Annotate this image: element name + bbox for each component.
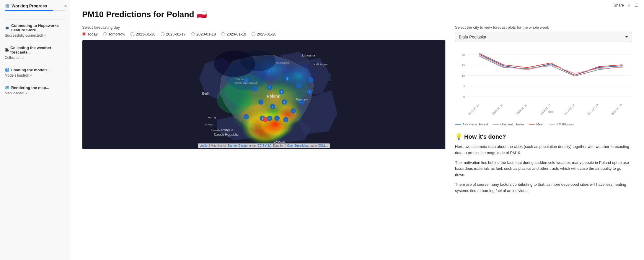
- models-icon: 🌀: [5, 68, 9, 72]
- divider-1: [5, 20, 65, 20]
- legend-line-airparticle: [455, 124, 461, 125]
- how-para-1: Here, we use meta data about the cities …: [455, 144, 632, 156]
- svg-point-14: [240, 51, 275, 71]
- svg-text:i: i: [265, 118, 265, 122]
- legend-gradient: Gradient_Duster: [493, 122, 524, 126]
- progress-bar-container: [5, 10, 65, 11]
- lightbulb-icon: 💡: [455, 133, 462, 140]
- cc-link[interactable]: CC BY 3.0: [257, 144, 271, 147]
- radio-2023-01-17[interactable]: 2023-01-17: [161, 32, 186, 36]
- chart-legend: AirParticle_Forest Gradient_Duster Mean …: [455, 122, 632, 126]
- how-title: 💡 How it's done?: [455, 133, 632, 140]
- close-button[interactable]: ✕: [64, 4, 67, 8]
- svg-text:i: i: [260, 101, 261, 104]
- how-para-3: There are of course many factors contrib…: [455, 182, 632, 194]
- radio-today[interactable]: Today: [82, 32, 98, 36]
- share-button[interactable]: Share: [614, 3, 624, 7]
- radio-2023-01-18[interactable]: 2023-01-18: [191, 32, 216, 36]
- how-para-2: The motivation lies behind the fact, tha…: [455, 160, 632, 178]
- radio-2023-01-16[interactable]: 2023-01-16: [131, 32, 156, 36]
- svg-text:0: 0: [463, 95, 465, 98]
- svg-text:2023-01-15: 2023-01-15: [492, 104, 504, 116]
- left-column: Select forecasting day Today Tomorrow 20…: [82, 25, 446, 149]
- connecting-status: Successfully connected! ✓: [5, 33, 65, 38]
- star-icon: ☆: [627, 3, 631, 7]
- map-container[interactable]: B Lithuania Kaliningrad Poland Warsaw Pr…: [82, 40, 446, 149]
- menu-button[interactable]: ☰: [635, 3, 638, 7]
- map-svg: B Lithuania Kaliningrad Poland Warsaw Pr…: [82, 40, 445, 149]
- legend-line-gradient: [493, 124, 499, 125]
- chart-container: .axis-label { font-size: 9px; fill: #888…: [455, 47, 632, 118]
- svg-text:B: B: [328, 78, 330, 82]
- legend-airparticle: AirParticle_Forest: [455, 122, 488, 126]
- radio-jan18-input[interactable]: [191, 32, 195, 36]
- svg-text:i: i: [293, 109, 294, 113]
- radio-today-input[interactable]: [82, 32, 86, 36]
- legend-mean: Mean: [529, 122, 544, 126]
- svg-text:Poland: Poland: [267, 94, 280, 98]
- svg-text:Lithuania: Lithuania: [302, 54, 315, 57]
- svg-text:i: i: [277, 117, 277, 120]
- svg-text:2023-01-17: 2023-01-17: [539, 104, 552, 116]
- forecast-label: Select forecasting day: [82, 25, 446, 30]
- svg-text:i: i: [309, 90, 310, 93]
- svg-text:i: i: [299, 84, 299, 88]
- svg-text:i: i: [302, 101, 302, 104]
- flag-icon: 🇵🇱: [197, 9, 207, 19]
- divider-2: [5, 42, 65, 42]
- svg-text:Czech Republic: Czech Republic: [214, 133, 239, 137]
- radio-tomorrow-input[interactable]: [103, 32, 107, 36]
- stamen-link[interactable]: Stamen Design: [227, 144, 247, 147]
- radio-2023-01-19[interactable]: 2023-01-19: [221, 32, 246, 36]
- legend-line-pm10lasso: [549, 124, 555, 125]
- divider-4: [5, 82, 65, 82]
- svg-text:i: i: [284, 101, 285, 104]
- radio-jan17-input[interactable]: [161, 32, 164, 36]
- gear-icon: ⚙️: [5, 4, 10, 8]
- leaflet-link[interactable]: Leaflet: [200, 144, 208, 147]
- legend-pm10lasso: PM10Lasso: [549, 122, 574, 126]
- page-title: PM10 Predictions for Poland 🇵🇱: [82, 9, 632, 19]
- svg-text:2023-01-14: 2023-01-14: [468, 104, 480, 116]
- svg-text:i: i: [246, 115, 247, 119]
- svg-text:Berlin: Berlin: [202, 92, 211, 95]
- collecting-status: Collected! ✓: [5, 56, 65, 60]
- city-select-label: Select the city to view forecast plots f…: [455, 25, 632, 30]
- osm-link[interactable]: OpenStreetMap: [287, 144, 308, 147]
- svg-text:i: i: [246, 78, 247, 82]
- sidebar-section-loading: 🌀 Loading the models... Models loaded! ✓: [5, 68, 65, 78]
- svg-text:Leipzig: Leipzig: [207, 116, 216, 119]
- sidebar-section-rendering: 🗺️ Rendering the map... Map loaded! ✓: [5, 85, 65, 96]
- svg-text:Prague: Prague: [221, 128, 234, 132]
- svg-text:i: i: [262, 117, 263, 120]
- svg-text:Kaliningrad: Kaliningrad: [275, 62, 289, 64]
- odbl-link[interactable]: ODbL...: [318, 144, 328, 147]
- laptop-icon: 💻: [5, 26, 9, 30]
- radio-tomorrow[interactable]: Tomorrow: [103, 32, 125, 36]
- radio-jan19-input[interactable]: [221, 32, 225, 36]
- divider-3: [5, 64, 65, 64]
- city-select[interactable]: Biała Podlaska Warsaw Kraków Gdańsk Wroc…: [455, 32, 632, 42]
- star-button[interactable]: ☆: [627, 3, 631, 7]
- radio-group: Today Tomorrow 2023-01-16 2023-01-17 202…: [82, 32, 446, 36]
- sidebar-title: ⚙️ Working Progress: [5, 4, 65, 8]
- radio-2023-01-20[interactable]: 2023-01-20: [252, 32, 277, 36]
- svg-text:i: i: [269, 86, 270, 89]
- hamburger-icon: ☰: [635, 3, 638, 7]
- map-attribution: Leaflet | Map tiles by Stamen Design, un…: [198, 143, 330, 148]
- svg-text:2023-01-19: 2023-01-19: [587, 104, 599, 116]
- legend-line-mean: [529, 124, 535, 125]
- map-icon: 🗺️: [5, 85, 9, 90]
- svg-text:Dresden: Dresden: [211, 129, 222, 132]
- weather-icon: 🌦: [5, 48, 9, 52]
- svg-text:Kaliningrad: Kaliningrad: [314, 63, 329, 66]
- svg-text:5: 5: [463, 85, 465, 88]
- radio-jan16-input[interactable]: [131, 32, 134, 36]
- sidebar: ✕ ⚙️ Working Progress 💻 Connecting to Ho…: [0, 0, 70, 260]
- svg-text:nberg: nberg: [205, 123, 213, 126]
- radio-jan20-input[interactable]: [252, 32, 255, 36]
- chart-svg: .axis-label { font-size: 9px; fill: #888…: [455, 47, 632, 118]
- svg-text:15: 15: [462, 64, 465, 67]
- svg-text:i: i: [287, 77, 288, 80]
- right-column: Select the city to view forecast plots f…: [455, 25, 632, 198]
